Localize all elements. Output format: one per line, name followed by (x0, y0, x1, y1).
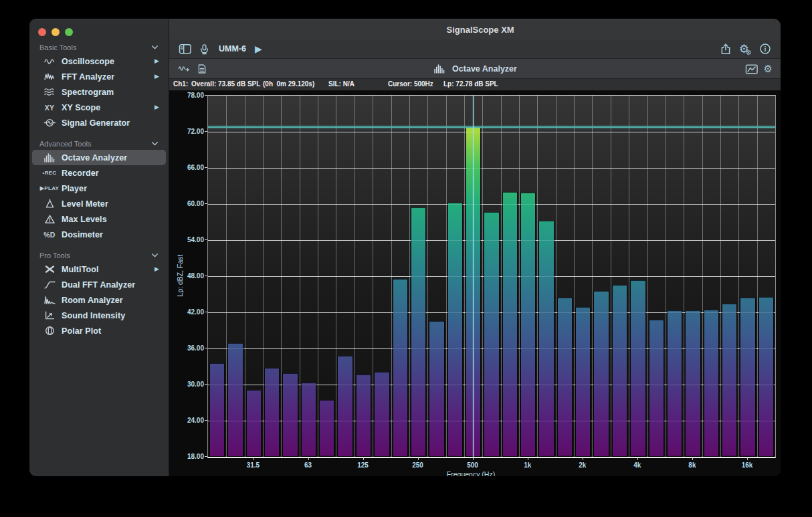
toolbar: UMM-6 ▶ ⚙⚙ (169, 39, 781, 59)
multitool-icon (37, 264, 62, 274)
sidebar-item-polar-plot[interactable]: Polar Plot (32, 323, 166, 338)
minimize-window-button[interactable] (52, 28, 60, 36)
zoom-window-button[interactable] (65, 28, 73, 36)
band-bar-6-3k[interactable] (667, 310, 682, 457)
gear-icon[interactable]: ⚙ (764, 64, 773, 74)
band-bar-100[interactable] (337, 356, 352, 457)
sidebar-item-signal-generator[interactable]: Signal Generator (32, 115, 166, 130)
toggle-sidebar-icon[interactable] (179, 43, 191, 54)
sidebar-item-fft-analyzer[interactable]: FFT Analyzer▶ (32, 69, 166, 84)
frequency-cursor-line[interactable] (473, 96, 474, 457)
sidebar-item-oscilloscope[interactable]: Oscilloscope▶ (32, 54, 166, 69)
y-axis-tick-label: 30.00 (169, 381, 204, 388)
y-axis-tick-label: 72.00 (169, 128, 204, 135)
sidebar-item-spectrogram[interactable]: Spectrogram (32, 84, 166, 100)
x-axis-tick-label: 63 (304, 461, 312, 469)
status-cursor: Cursor: 500Hz (388, 80, 433, 88)
section-header-label: Pro Tools (39, 251, 70, 260)
section-header-label: Basic Tools (39, 43, 76, 51)
input-device-label[interactable]: UMM-6 (219, 44, 246, 54)
band-bar-31-5[interactable] (246, 390, 262, 457)
sidebar-section-advanced-tools: Advanced ToolsOctave Analyzer•RECRecorde… (29, 138, 169, 242)
chevron-down-icon[interactable] (151, 45, 159, 50)
band-bar-250[interactable] (411, 207, 426, 457)
octave-analyzer-chart: 78.0072.0066.0060.0054.0048.0042.0036.00… (169, 91, 781, 476)
band-bar-10k[interactable] (704, 310, 719, 457)
icon-glyph-text: •REC (43, 170, 57, 176)
level-gridline-overlay (208, 312, 775, 313)
gears-icon[interactable]: ⚙⚙ (739, 43, 749, 55)
info-icon[interactable] (759, 43, 771, 55)
y-axis-tick-label: 36.00 (169, 344, 204, 352)
section-header-basic-tools[interactable]: Basic Tools (29, 41, 169, 54)
close-window-button[interactable] (38, 28, 46, 36)
band-bar-20[interactable] (209, 363, 225, 457)
sidebar-item-dual-fft-analyzer[interactable]: Dual FFT Analyzer (32, 277, 166, 292)
sidebar-item-label: Room Analyzer (62, 296, 123, 305)
desktop-background: Basic ToolsOscilloscope▶FFT Analyzer▶Spe… (0, 0, 812, 517)
level-meter-icon (37, 199, 62, 209)
tool-header-right: ⚙ (745, 64, 773, 74)
disclosure-arrow-icon[interactable]: ▶ (155, 104, 159, 110)
waveform-export-icon[interactable] (177, 64, 191, 74)
band-bar-25[interactable] (227, 343, 243, 457)
level-gridline-overlay (208, 240, 775, 241)
sidebar-item-level-meter[interactable]: Level Meter (32, 196, 166, 211)
band-bar-1-6k[interactable] (557, 298, 573, 457)
band-bar-400[interactable] (447, 203, 463, 457)
band-bar-125[interactable] (356, 375, 371, 457)
share-icon[interactable] (720, 43, 732, 55)
band-bar-12-5k[interactable] (722, 304, 737, 457)
y-axis-tick (205, 239, 207, 240)
sidebar-item-sound-intensity[interactable]: Sound Intensity (32, 308, 166, 323)
section-header-pro-tools[interactable]: Pro Tools (29, 249, 169, 262)
band-bar-3-15k[interactable] (612, 285, 627, 457)
play-button[interactable]: ▶ (255, 44, 262, 54)
band-bar-315[interactable] (429, 321, 444, 457)
band-bar-16k[interactable] (740, 298, 755, 457)
chevron-down-icon[interactable] (151, 253, 159, 258)
disclosure-arrow-icon[interactable]: ▶ (155, 266, 159, 272)
disclosure-arrow-icon[interactable]: ▶ (155, 74, 159, 80)
x-axis-tick-label: 4k (633, 461, 641, 469)
x-axis-tick-label: 500 (467, 461, 478, 469)
document-icon[interactable] (197, 64, 207, 74)
x-axis-tick (418, 457, 419, 460)
microphone-icon[interactable] (199, 43, 210, 55)
status-elapsed: (0h 0m 29.120s) (263, 80, 314, 88)
band-bar-40[interactable] (264, 368, 280, 457)
chevron-down-icon[interactable] (151, 141, 159, 146)
sidebar-item-xy-scope[interactable]: XYXY Scope▶ (32, 100, 166, 115)
y-axis-tick-label: 42.00 (169, 308, 204, 316)
band-bar-2-5k[interactable] (593, 291, 609, 457)
band-bar-63[interactable] (301, 383, 316, 457)
section-header-advanced-tools[interactable]: Advanced Tools (29, 138, 169, 150)
sidebar-item-max-levels[interactable]: Max Levels (32, 211, 166, 227)
band-bar-8k[interactable] (685, 310, 700, 457)
sidebar-item-octave-analyzer[interactable]: Octave Analyzer (32, 150, 166, 165)
sidebar-item-label: Max Levels (62, 215, 107, 224)
band-bar-2k[interactable] (575, 307, 591, 457)
y-axis-tick (205, 456, 207, 457)
sidebar-item-room-analyzer[interactable]: Room Analyzer (32, 292, 166, 308)
plot-area[interactable] (207, 95, 776, 458)
band-bar-4k[interactable] (630, 280, 645, 457)
status-channel: Ch1: (173, 80, 188, 88)
sidebar-item-player[interactable]: ▶PLAYPlayer (32, 181, 166, 196)
sidebar-item-multitool[interactable]: MultiTool▶ (32, 262, 166, 277)
band-bar-20k[interactable] (758, 297, 774, 457)
band-bar-1k[interactable] (520, 193, 536, 457)
band-bar-200[interactable] (393, 279, 408, 457)
band-bar-80[interactable] (319, 400, 334, 457)
band-bar-800[interactable] (502, 192, 518, 457)
octave-bars-icon (37, 152, 62, 163)
band-bar-50[interactable] (282, 373, 298, 457)
sidebar-item-dosimeter[interactable]: %DDosimeter (32, 227, 166, 242)
band-bar-5k[interactable] (649, 320, 664, 457)
sidebar-item-recorder[interactable]: •RECRecorder (32, 165, 166, 181)
band-bar-1-25k[interactable] (538, 221, 554, 457)
x-axis-tick (253, 457, 253, 460)
disclosure-arrow-icon[interactable]: ▶ (155, 58, 159, 64)
chart-icon[interactable] (745, 64, 758, 74)
y-axis-tick (205, 312, 207, 312)
